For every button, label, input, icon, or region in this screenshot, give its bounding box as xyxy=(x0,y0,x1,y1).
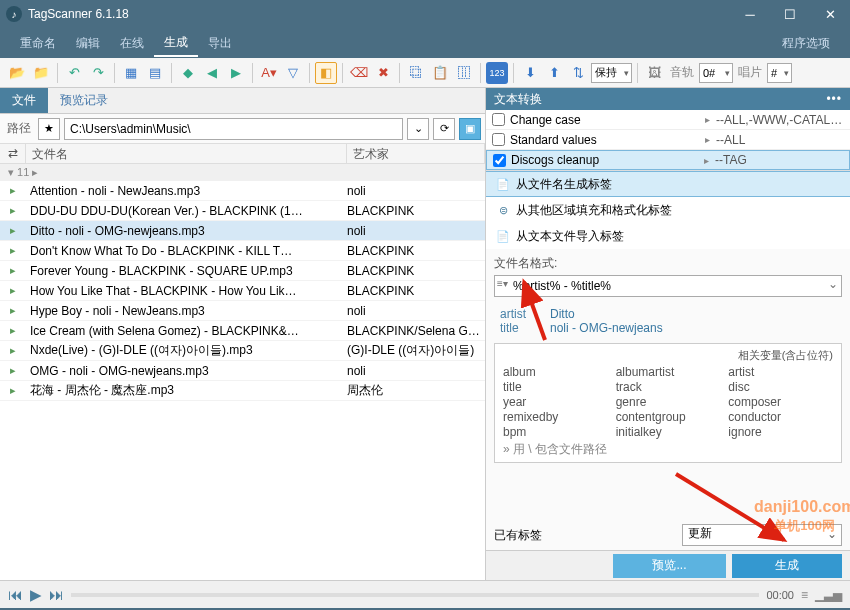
variable-item[interactable]: title xyxy=(503,380,608,394)
grid-icon[interactable]: ▦ xyxy=(120,62,142,84)
tab-files[interactable]: 文件 xyxy=(0,88,48,113)
file-row[interactable]: ▸Ditto - noli - OMG-newjeans.mp3noli xyxy=(0,221,485,241)
variable-item[interactable]: track xyxy=(616,380,721,394)
col-filename[interactable]: 文件名 xyxy=(26,144,347,163)
mode-row[interactable]: ⊜从其他区域填充和格式化标签 xyxy=(486,197,850,223)
file-row[interactable]: ▸DDU-DU DDU-DU(Korean Ver.) - BLACKPINK … xyxy=(0,201,485,221)
generate-button[interactable]: 生成 xyxy=(732,554,842,578)
tab-preview-log[interactable]: 预览记录 xyxy=(48,88,120,113)
player-bar: ⏮ ▶ ⏭ 00:00 ≡ ▁▃▅ xyxy=(0,580,850,608)
player-play-icon[interactable]: ▶ xyxy=(30,586,42,604)
file-row[interactable]: ▸Attention - noli - NewJeans.mp3noli xyxy=(0,181,485,201)
file-row[interactable]: ▸How You Like That - BLACKPINK - How You… xyxy=(0,281,485,301)
variable-item[interactable]: genre xyxy=(616,395,721,409)
file-name: Ice Cream (with Selena Gomez) - BLACKPIN… xyxy=(26,324,347,338)
filter-icon[interactable]: ▽ xyxy=(282,62,304,84)
path-favorite-icon[interactable]: ★ xyxy=(38,118,60,140)
redo-icon[interactable]: ↷ xyxy=(87,62,109,84)
file-name: OMG - noli - OMG-newjeans.mp3 xyxy=(26,364,347,378)
file-row[interactable]: ▸花海 - 周杰伦 - 魔杰座.mp3周杰伦 xyxy=(0,381,485,401)
path-refresh-icon[interactable]: ⟳ xyxy=(433,118,455,140)
existing-tags-select[interactable]: 更新 xyxy=(682,524,842,546)
file-row[interactable]: ▸Nxde(Live) - (G)I-DLE ((여자)아이들).mp3(G)I… xyxy=(0,341,485,361)
menu-rename[interactable]: 重命名 xyxy=(10,31,66,56)
batch-icon[interactable]: ⿲ xyxy=(453,62,475,84)
menu-edit[interactable]: 编辑 xyxy=(66,31,110,56)
variable-item[interactable]: ignore xyxy=(728,425,833,439)
copy-icon[interactable]: ⿻ xyxy=(405,62,427,84)
nav-up-icon[interactable]: ◆ xyxy=(177,62,199,84)
file-artist: BLACKPINK/Selena Gome xyxy=(347,324,485,338)
preview-button[interactable]: 预览... xyxy=(613,554,726,578)
col-shuffle[interactable]: ⇄ xyxy=(0,144,26,163)
menu-generate[interactable]: 生成 xyxy=(154,30,198,57)
variable-item[interactable]: composer xyxy=(728,395,833,409)
variable-item[interactable]: conductor xyxy=(728,410,833,424)
transform-row[interactable]: Discogs cleanup▸--TAG xyxy=(486,150,850,170)
transform-row[interactable]: Standard values▸--ALL xyxy=(486,130,850,150)
variable-item[interactable]: album xyxy=(503,365,608,379)
add-folder-icon[interactable]: 📁 xyxy=(30,62,52,84)
minimize-button[interactable]: ─ xyxy=(730,0,770,28)
file-row[interactable]: ▸OMG - noli - OMG-newjeans.mp3noli xyxy=(0,361,485,381)
move-up-icon[interactable]: ⬆ xyxy=(543,62,565,84)
menu-export[interactable]: 导出 xyxy=(198,31,242,56)
group-row[interactable]: 11 ▸ xyxy=(0,164,485,181)
mode-row[interactable]: 📄从文件名生成标签 xyxy=(486,171,850,197)
image-icon[interactable]: 🖼 xyxy=(643,62,665,84)
variable-item[interactable]: remixedby xyxy=(503,410,608,424)
menu-options[interactable]: 程序选项 xyxy=(772,31,840,56)
menu-online[interactable]: 在线 xyxy=(110,31,154,56)
tree-icon[interactable]: ▤ xyxy=(144,62,166,84)
undo-icon[interactable]: ↶ xyxy=(63,62,85,84)
format-input[interactable] xyxy=(494,275,842,297)
player-prev-icon[interactable]: ⏮ xyxy=(8,586,23,603)
variable-item[interactable]: bpm xyxy=(503,425,608,439)
nav-next-icon[interactable]: ▶ xyxy=(225,62,247,84)
remove-icon[interactable]: ⌫ xyxy=(348,62,370,84)
nav-prev-icon[interactable]: ◀ xyxy=(201,62,223,84)
select-icon[interactable]: ◧ xyxy=(315,62,337,84)
move-down-icon[interactable]: ⬇ xyxy=(519,62,541,84)
mode-row[interactable]: 📄从文本文件导入标签 xyxy=(486,223,850,249)
file-list[interactable]: 11 ▸▸Attention - noli - NewJeans.mp3noli… xyxy=(0,164,485,580)
folder-open-icon[interactable]: 📂 xyxy=(6,62,28,84)
player-eq-icon[interactable]: ≡ xyxy=(801,588,808,602)
variable-item[interactable]: albumartist xyxy=(616,365,721,379)
variable-item[interactable]: artist xyxy=(728,365,833,379)
variable-item[interactable]: disc xyxy=(728,380,833,394)
path-input[interactable] xyxy=(64,118,403,140)
col-artist[interactable]: 艺术家 xyxy=(347,144,485,163)
file-name: 花海 - 周杰伦 - 魔杰座.mp3 xyxy=(26,382,347,399)
transform-row[interactable]: Change case▸--ALL,-WWW,-CATAL… xyxy=(486,110,850,130)
transform-checkbox[interactable] xyxy=(492,133,505,146)
swap-icon[interactable]: ⇅ xyxy=(567,62,589,84)
sort-icon[interactable]: A▾ xyxy=(258,62,280,84)
keep-combo[interactable]: 保持 xyxy=(591,63,632,83)
disc-combo[interactable]: # xyxy=(767,63,792,83)
player-track[interactable] xyxy=(71,593,759,597)
player-vis-icon[interactable]: ▁▃▅ xyxy=(815,588,842,602)
file-row[interactable]: ▸Hype Boy - noli - NewJeans.mp3noli xyxy=(0,301,485,321)
paste-icon[interactable]: 📋 xyxy=(429,62,451,84)
track-combo[interactable]: 0# xyxy=(699,63,733,83)
number-icon[interactable]: 123 xyxy=(486,62,508,84)
path-browse-icon[interactable]: ▣ xyxy=(459,118,481,140)
transform-checkbox[interactable] xyxy=(493,154,506,167)
file-row[interactable]: ▸Don't Know What To Do - BLACKPINK - KIL… xyxy=(0,241,485,261)
maximize-button[interactable]: ☐ xyxy=(770,0,810,28)
file-type-icon: ▸ xyxy=(0,384,26,397)
variable-item[interactable]: initialkey xyxy=(616,425,721,439)
file-row[interactable]: ▸Ice Cream (with Selena Gomez) - BLACKPI… xyxy=(0,321,485,341)
file-row[interactable]: ▸Forever Young - BLACKPINK - SQUARE UP.m… xyxy=(0,261,485,281)
close-button[interactable]: ✕ xyxy=(810,0,850,28)
variable-item[interactable]: year xyxy=(503,395,608,409)
path-dropdown-icon[interactable]: ⌄ xyxy=(407,118,429,140)
mode-label: 从文件名生成标签 xyxy=(516,176,612,193)
delete-icon[interactable]: ✖ xyxy=(372,62,394,84)
mode-icon: 📄 xyxy=(496,177,510,191)
player-next-icon[interactable]: ⏭ xyxy=(49,586,64,603)
transform-checkbox[interactable] xyxy=(492,113,505,126)
variable-item[interactable]: contentgroup xyxy=(616,410,721,424)
transform-menu-icon[interactable]: ••• xyxy=(826,92,842,106)
